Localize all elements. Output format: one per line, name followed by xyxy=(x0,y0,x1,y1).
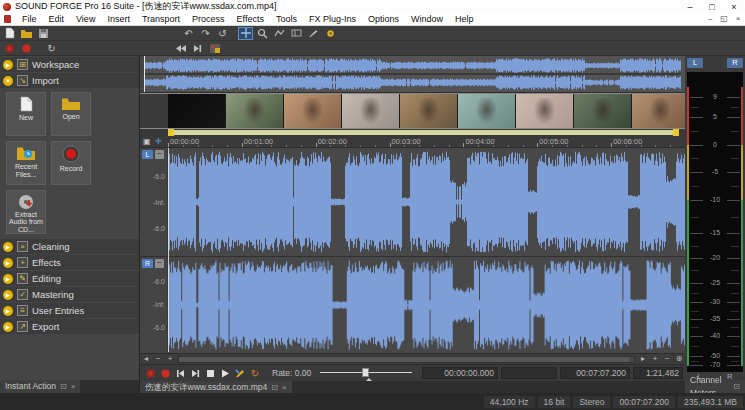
sidebar-section-effects[interactable]: ▶ + Effects xyxy=(0,255,139,270)
expand-arrow-icon[interactable]: ▶ xyxy=(3,322,13,332)
play-button[interactable] xyxy=(219,367,231,379)
sidebar-section-workspace[interactable]: ▶ ⊞ Workspace xyxy=(0,57,139,72)
doc-close-button[interactable]: × xyxy=(731,13,745,25)
video-thumbnail[interactable] xyxy=(168,94,226,128)
zoom-in-button[interactable]: + xyxy=(649,354,661,364)
sidebar-section-import[interactable]: ▼ ↘ Import xyxy=(0,73,139,88)
new-file-button[interactable] xyxy=(2,27,17,40)
tab-close-icon[interactable]: × xyxy=(71,380,76,393)
menu-item-help[interactable]: Help xyxy=(449,13,480,26)
video-thumbnail[interactable] xyxy=(574,94,632,128)
save-button[interactable] xyxy=(36,27,51,40)
import-tile-recent-files[interactable]: Recent Files... xyxy=(6,141,46,185)
loop-region-bar[interactable] xyxy=(140,129,685,137)
envelope-tool-button[interactable] xyxy=(272,27,287,40)
tab-restore-icon[interactable]: ⊡ xyxy=(60,380,67,393)
event-tool-button[interactable] xyxy=(289,27,304,40)
sidebar-section-editing[interactable]: ▶ ✎ Editing xyxy=(0,271,139,286)
magnify-tool-button[interactable] xyxy=(255,27,270,40)
scroll-left-button[interactable]: ◂ xyxy=(140,354,152,364)
pencil-tool-button[interactable] xyxy=(306,27,321,40)
expand-arrow-icon[interactable]: ▶ xyxy=(3,258,13,268)
video-thumbnail[interactable] xyxy=(342,94,400,128)
record-remote-button[interactable] xyxy=(2,42,17,55)
repeat-button[interactable]: ↺ xyxy=(215,27,230,40)
video-thumbnail[interactable] xyxy=(226,94,284,128)
sidebar-section-export[interactable]: ▶ ↗ Export xyxy=(0,319,139,334)
menu-item-edit[interactable]: Edit xyxy=(43,13,71,26)
menu-item-process[interactable]: Process xyxy=(186,13,231,26)
menu-item-insert[interactable]: Insert xyxy=(101,13,136,26)
sidebar-section-cleaning[interactable]: ▶ × Cleaning xyxy=(0,239,139,254)
import-tile-record[interactable]: Record xyxy=(51,141,91,185)
waveform-overview[interactable] xyxy=(140,56,685,93)
scrollbar-thumb[interactable] xyxy=(179,357,629,362)
video-thumbnail[interactable] xyxy=(516,94,574,128)
auto-ripple-button[interactable] xyxy=(207,42,222,55)
rate-slider[interactable] xyxy=(320,367,412,379)
go-to-end-button[interactable] xyxy=(190,42,205,55)
expand-arrow-icon[interactable]: ▶ xyxy=(3,274,13,284)
menu-item-view[interactable]: View xyxy=(70,13,101,26)
time-zoom-out-button[interactable]: − xyxy=(152,354,164,364)
meter-right-button[interactable]: R xyxy=(727,58,743,68)
selection-length-display[interactable]: 1:21,482 xyxy=(633,367,683,379)
expand-arrow-icon[interactable]: ▶ xyxy=(3,60,13,70)
scroll-right-button[interactable]: ▸ xyxy=(637,354,649,364)
left-channel-badge[interactable]: L xyxy=(142,150,153,159)
right-channel-collapse-button[interactable]: − xyxy=(155,259,164,268)
menu-item-effects[interactable]: Effects xyxy=(231,13,270,26)
minimize-button[interactable]: – xyxy=(679,1,701,13)
meter-left-button[interactable]: L xyxy=(687,58,703,68)
loop-region[interactable] xyxy=(168,130,679,135)
expand-arrow-icon[interactable]: ▶ xyxy=(3,242,13,252)
expand-arrow-icon[interactable]: ▶ xyxy=(3,306,13,316)
expand-arrow-icon[interactable]: ▶ xyxy=(3,290,13,300)
lock-icon[interactable]: ▣ xyxy=(143,137,151,147)
time-ruler[interactable]: ▣ ✛ 00:00:0000:01:0000:02:0000:03:0000:0… xyxy=(140,137,685,148)
video-thumbnail[interactable] xyxy=(284,94,342,128)
instant-action-tab[interactable]: Instant Action ⊡ × xyxy=(0,380,80,393)
menu-item-file[interactable]: File xyxy=(16,13,43,26)
import-tile-new[interactable]: New xyxy=(6,92,46,136)
menu-item-fx-plug-ins[interactable]: FX Plug-Ins xyxy=(303,13,362,26)
meter-scale[interactable]: 950-5-10-15-20-25-30-35-40-50-70 xyxy=(687,72,743,372)
stop-button[interactable] xyxy=(204,367,216,379)
magnify-button[interactable]: ⊕ xyxy=(673,354,685,364)
left-channel-collapse-button[interactable]: − xyxy=(155,150,164,159)
close-button[interactable]: × xyxy=(723,1,745,13)
right-channel-badge[interactable]: R xyxy=(142,259,153,268)
menu-item-tools[interactable]: Tools xyxy=(270,13,303,26)
left-channel-waveform[interactable] xyxy=(168,148,685,256)
record-remote-button[interactable] xyxy=(144,367,156,379)
selection-end-display[interactable]: 00:07:07.200 xyxy=(560,367,630,379)
loop-playback-button[interactable]: ↻ xyxy=(249,367,261,379)
loop-toggle-button[interactable]: ↻ xyxy=(44,42,59,55)
right-channel-waveform[interactable] xyxy=(168,257,690,353)
collapse-arrow-icon[interactable]: ▼ xyxy=(3,76,13,86)
position-display[interactable]: 00:00:00.000 xyxy=(422,367,498,379)
waveform-overview-canvas[interactable] xyxy=(140,56,685,92)
time-zoom-in-button[interactable]: + xyxy=(164,354,176,364)
touch-tool-button[interactable] xyxy=(323,27,338,40)
go-to-start-button[interactable] xyxy=(173,42,188,55)
channel-meters-tab[interactable]: Channel Meters ⊡ xyxy=(685,380,745,393)
doc-restore-button[interactable]: ◱ xyxy=(717,13,731,25)
doc-minimize-button[interactable]: – xyxy=(703,13,717,25)
redo-button[interactable]: ↷ xyxy=(198,27,213,40)
undo-button[interactable]: ↶ xyxy=(181,27,196,40)
go-to-end-button[interactable] xyxy=(189,367,201,379)
loop-start-handle[interactable] xyxy=(168,129,174,136)
menu-item-window[interactable]: Window xyxy=(405,13,449,26)
sidebar-section-mastering[interactable]: ▶ ✓ Mastering xyxy=(0,287,139,302)
video-thumbnail[interactable] xyxy=(458,94,516,128)
menu-item-options[interactable]: Options xyxy=(362,13,405,26)
record-button[interactable] xyxy=(159,367,171,379)
zoom-out-button[interactable]: − xyxy=(661,354,673,364)
video-thumbnail[interactable] xyxy=(632,94,690,128)
rate-slider-thumb[interactable] xyxy=(362,368,369,377)
go-to-start-button[interactable] xyxy=(174,367,186,379)
record-button[interactable] xyxy=(19,42,34,55)
video-thumbnail[interactable] xyxy=(400,94,458,128)
import-tile-open[interactable]: Open xyxy=(51,92,91,136)
